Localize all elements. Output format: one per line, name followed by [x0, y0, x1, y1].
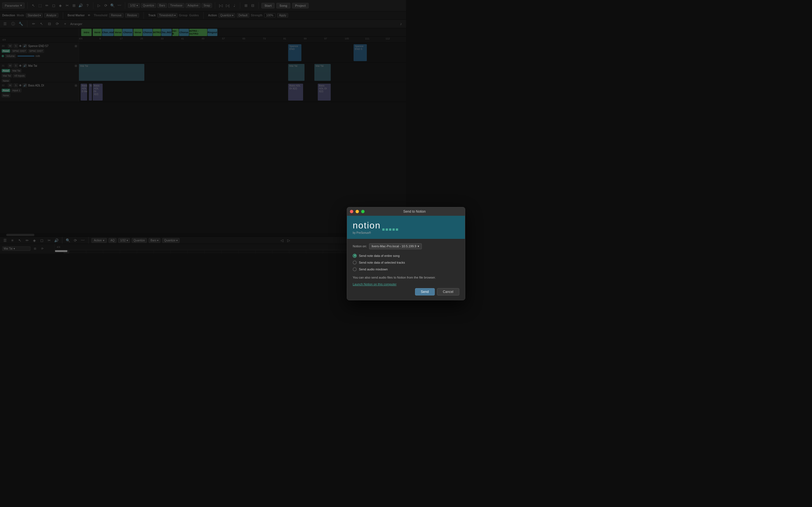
notion-dot-1: [382, 228, 385, 231]
modal-content: notion by PreSonus® Notion on: livers-Ma: [347, 216, 406, 254]
notion-dot-4: [393, 228, 395, 231]
notion-dot-3: [389, 228, 391, 231]
modal-maximize-button[interactable]: [361, 210, 364, 213]
notion-on-row: Notion on: livers-Mac-Pro.local - 10.5.1…: [353, 243, 406, 249]
modal-titlebar: Send to Notion: [347, 207, 406, 216]
modal-minimize-button[interactable]: [356, 210, 359, 213]
notion-on-label: Notion on:: [353, 244, 367, 248]
send-to-notion-modal: Send to Notion notion by PreSonus®: [347, 207, 406, 254]
notion-dot-2: [386, 228, 388, 231]
notion-logo-dots: [382, 228, 398, 231]
notion-logo-row: notion: [353, 220, 398, 231]
notion-dot-5: [396, 228, 398, 231]
notion-by-text: by PreSonus®: [353, 231, 371, 234]
modal-title: Send to Notion: [367, 210, 406, 214]
notion-server-dropdown[interactable]: livers-Mac-Pro.local - 10.5.199.9 ▾: [369, 243, 406, 249]
modal-body: Notion on: livers-Mac-Pro.local - 10.5.1…: [347, 239, 406, 254]
notion-server-value: livers-Mac-Pro.local - 10.5.199.9: [371, 244, 406, 248]
modal-close-button[interactable]: [350, 210, 353, 213]
notion-logo-text: notion: [353, 220, 380, 231]
modal-overlay[interactable]: Send to Notion notion by PreSonus®: [0, 0, 406, 253]
notion-header: notion by PreSonus®: [347, 216, 406, 239]
